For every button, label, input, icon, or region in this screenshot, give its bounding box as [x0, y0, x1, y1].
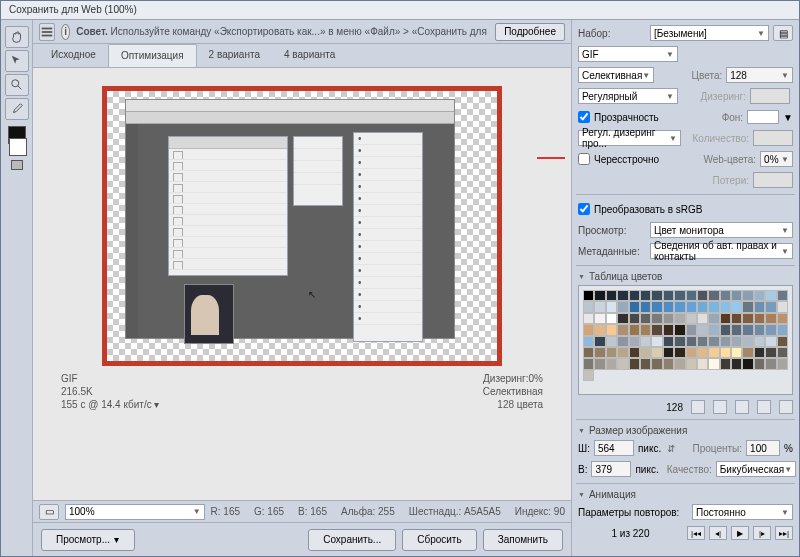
color-swatch[interactable] [594, 347, 605, 358]
color-swatch[interactable] [697, 358, 708, 369]
color-swatch[interactable] [731, 347, 742, 358]
color-swatch[interactable] [606, 347, 617, 358]
height-field[interactable] [591, 461, 631, 477]
prev-frame-button[interactable]: ◂| [709, 526, 727, 540]
color-swatch[interactable] [606, 290, 617, 301]
color-swatch[interactable] [594, 313, 605, 324]
color-swatch[interactable] [674, 347, 685, 358]
color-swatch[interactable] [686, 301, 697, 312]
transparency-dither-select[interactable]: Регул. дизеринг про...▼ [578, 130, 681, 146]
format-select[interactable]: GIF▼ [578, 46, 678, 62]
reset-button[interactable]: Сбросить [402, 529, 476, 551]
color-swatch[interactable] [583, 301, 594, 312]
color-swatch[interactable] [720, 347, 731, 358]
color-swatch[interactable] [777, 324, 788, 335]
color-swatch[interactable] [583, 347, 594, 358]
color-swatch[interactable] [651, 347, 662, 358]
color-table[interactable] [578, 285, 793, 395]
color-swatch[interactable] [765, 290, 776, 301]
color-swatch[interactable] [697, 324, 708, 335]
color-swatch[interactable] [583, 290, 594, 301]
color-swatch[interactable] [720, 301, 731, 312]
ct-new-icon[interactable] [757, 400, 771, 414]
first-frame-button[interactable]: |◂◂ [687, 526, 705, 540]
color-swatch[interactable] [606, 336, 617, 347]
link-dimensions-icon[interactable]: ⇵ [665, 443, 677, 454]
color-swatch[interactable] [640, 358, 651, 369]
color-swatch[interactable] [617, 336, 628, 347]
color-swatch[interactable] [720, 290, 731, 301]
color-swatch[interactable] [754, 324, 765, 335]
color-swatch[interactable] [674, 336, 685, 347]
color-swatch[interactable] [708, 313, 719, 324]
color-swatch[interactable] [742, 347, 753, 358]
play-button[interactable]: ▶ [731, 526, 749, 540]
color-swatch[interactable] [663, 358, 674, 369]
color-swatch[interactable] [629, 313, 640, 324]
next-frame-button[interactable]: |▸ [753, 526, 771, 540]
color-swatch[interactable] [640, 313, 651, 324]
color-swatch[interactable] [754, 313, 765, 324]
color-swatch[interactable] [640, 324, 651, 335]
color-swatch[interactable] [617, 347, 628, 358]
transparency-checkbox[interactable]: Прозрачность [578, 111, 659, 123]
color-swatch[interactable] [731, 290, 742, 301]
learn-more-button[interactable]: Подробнее [495, 23, 565, 41]
color-swatch[interactable] [629, 358, 640, 369]
ct-sort-icon[interactable] [691, 400, 705, 414]
color-swatch[interactable] [651, 290, 662, 301]
color-swatch[interactable] [765, 301, 776, 312]
color-swatch[interactable] [754, 347, 765, 358]
color-swatch[interactable] [674, 290, 685, 301]
colors-field[interactable]: 128▼ [726, 67, 793, 83]
color-swatch[interactable] [617, 290, 628, 301]
color-swatch[interactable] [663, 336, 674, 347]
color-swatch[interactable] [708, 358, 719, 369]
matte-dropdown-icon[interactable]: ▼ [783, 112, 793, 123]
color-swatch[interactable] [731, 336, 742, 347]
color-swatch[interactable] [765, 313, 776, 324]
background-color[interactable] [9, 138, 27, 156]
color-swatch[interactable] [629, 324, 640, 335]
color-swatch[interactable] [742, 358, 753, 369]
color-swatch[interactable] [777, 347, 788, 358]
metadata-select[interactable]: Сведения об авт. правах и контакты▼ [650, 243, 793, 259]
color-swatch[interactable] [708, 336, 719, 347]
color-swatch[interactable] [651, 301, 662, 312]
color-swatch[interactable] [583, 313, 594, 324]
zoom-select[interactable]: 100%▼ [65, 504, 205, 520]
color-swatch[interactable] [697, 301, 708, 312]
preview-mode-select[interactable]: Цвет монитора▼ [650, 222, 793, 238]
color-swatch[interactable] [686, 324, 697, 335]
color-swatch[interactable] [754, 301, 765, 312]
color-swatch[interactable] [674, 358, 685, 369]
optimize-menu-icon[interactable] [39, 23, 55, 41]
color-swatch[interactable] [731, 301, 742, 312]
color-swatch[interactable] [731, 313, 742, 324]
color-swatch[interactable] [606, 313, 617, 324]
color-swatch[interactable] [663, 313, 674, 324]
ct-map-icon[interactable] [735, 400, 749, 414]
color-swatch[interactable] [583, 358, 594, 369]
color-swatch[interactable] [777, 336, 788, 347]
color-swatch[interactable] [674, 324, 685, 335]
tab-optimized[interactable]: Оптимизация [108, 44, 197, 67]
zoom-out-icon[interactable]: ▭ [39, 504, 59, 520]
color-swatch[interactable] [674, 313, 685, 324]
color-swatch[interactable] [777, 301, 788, 312]
color-swatch[interactable] [686, 313, 697, 324]
color-swatch[interactable] [594, 336, 605, 347]
hand-tool[interactable] [5, 26, 29, 48]
srgb-checkbox[interactable]: Преобразовать в sRGB [578, 203, 703, 215]
quality-select[interactable]: Бикубическая▼ [716, 461, 796, 477]
last-frame-button[interactable]: ▸▸| [775, 526, 793, 540]
color-swatch[interactable] [663, 324, 674, 335]
color-swatch[interactable] [708, 324, 719, 335]
ct-lock-icon[interactable] [713, 400, 727, 414]
color-swatch[interactable] [583, 370, 594, 381]
color-swatch[interactable] [742, 336, 753, 347]
tab-4up[interactable]: 4 варианта [272, 44, 347, 67]
color-swatch[interactable] [720, 358, 731, 369]
color-swatch[interactable] [754, 358, 765, 369]
color-swatch[interactable] [686, 290, 697, 301]
